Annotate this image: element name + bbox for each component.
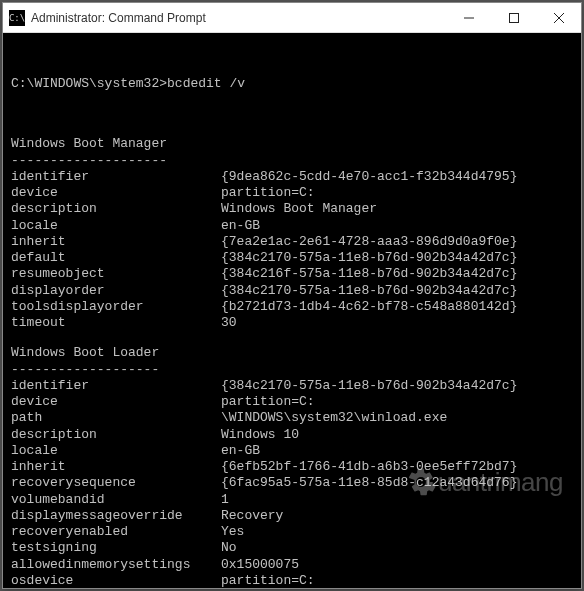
output-key: resumeobject (11, 266, 221, 282)
output-key: device (11, 185, 221, 201)
output-row: toolsdisplayorder{b2721d73-1db4-4c62-bf7… (11, 299, 573, 315)
prompt-path: C:\WINDOWS\system32> (11, 76, 167, 91)
section-title: Windows Boot Loader (11, 345, 573, 361)
output-value: {384c2170-575a-11e8-b76d-902b34a42d7c} (221, 378, 573, 394)
section-divider: -------------------- (11, 153, 573, 169)
terminal-area[interactable]: C:\WINDOWS\system32>bcdedit /v Windows B… (3, 33, 581, 588)
output-value: No (221, 540, 573, 556)
output-value: {b2721d73-1db4-4c62-bf78-c548a880142d} (221, 299, 573, 315)
output-row: inherit{6efb52bf-1766-41db-a6b3-0ee5eff7… (11, 459, 573, 475)
command-prompt-window: C:\ Administrator: Command Prompt C:\WIN… (2, 2, 582, 589)
output-value: partition=C: (221, 394, 573, 410)
output-key: device (11, 394, 221, 410)
output-key: locale (11, 443, 221, 459)
output-value: en-GB (221, 218, 573, 234)
output-value: {6efb52bf-1766-41db-a6b3-0ee5eff72bd7} (221, 459, 573, 475)
output-value: 1 (221, 492, 573, 508)
output-row: allowedinmemorysettings0x15000075 (11, 557, 573, 573)
output-key: recoverysequence (11, 475, 221, 491)
section-title: Windows Boot Manager (11, 136, 573, 152)
close-button[interactable] (536, 3, 581, 32)
output-row: descriptionWindows Boot Manager (11, 201, 573, 217)
minimize-button[interactable] (446, 3, 491, 32)
output-key: default (11, 250, 221, 266)
output-row: inherit{7ea2e1ac-2e61-4728-aaa3-896d9d0a… (11, 234, 573, 250)
output-row: default{384c2170-575a-11e8-b76d-902b34a4… (11, 250, 573, 266)
output-row: path\WINDOWS\system32\winload.exe (11, 410, 573, 426)
output-value: partition=C: (221, 573, 573, 588)
output-value: Windows 10 (221, 427, 573, 443)
output-row: osdevicepartition=C: (11, 573, 573, 588)
output-row: localeen-GB (11, 218, 573, 234)
output-row: localeen-GB (11, 443, 573, 459)
output-value: partition=C: (221, 185, 573, 201)
svg-rect-1 (509, 13, 518, 22)
output-key: timeout (11, 315, 221, 331)
output-key: inherit (11, 234, 221, 250)
maximize-button[interactable] (491, 3, 536, 32)
output-value: 0x15000075 (221, 557, 573, 573)
output-value: Windows Boot Manager (221, 201, 573, 217)
output-key: identifier (11, 169, 221, 185)
output-value: {9dea862c-5cdd-4e70-acc1-f32b344d4795} (221, 169, 573, 185)
prompt-command: bcdedit /v (167, 76, 245, 91)
output-value: {7ea2e1ac-2e61-4728-aaa3-896d9d0a9f0e} (221, 234, 573, 250)
output-section: Windows Boot Manager--------------------… (11, 136, 573, 331)
output-value: {384c2170-575a-11e8-b76d-902b34a42d7c} (221, 250, 573, 266)
output-value: en-GB (221, 443, 573, 459)
output-value: Yes (221, 524, 573, 540)
output-row: recoverysequence{6fac95a5-575a-11e8-85d8… (11, 475, 573, 491)
output-row: recoveryenabledYes (11, 524, 573, 540)
output-key: description (11, 201, 221, 217)
output-key: osdevice (11, 573, 221, 588)
output-key: description (11, 427, 221, 443)
prompt-line: C:\WINDOWS\system32>bcdedit /v (11, 76, 573, 92)
output-section: Windows Boot Loader-------------------id… (11, 345, 573, 588)
output-value: {384c2170-575a-11e8-b76d-902b34a42d7c} (221, 283, 573, 299)
output-key: identifier (11, 378, 221, 394)
output-key: path (11, 410, 221, 426)
minimize-icon (464, 13, 474, 23)
title-bar[interactable]: C:\ Administrator: Command Prompt (3, 3, 581, 33)
section-divider: ------------------- (11, 362, 573, 378)
app-icon: C:\ (9, 10, 25, 26)
output-key: inherit (11, 459, 221, 475)
output-key: volumebandid (11, 492, 221, 508)
close-icon (554, 13, 564, 23)
output-row: resumeobject{384c216f-575a-11e8-b76d-902… (11, 266, 573, 282)
maximize-icon (509, 13, 519, 23)
output-row: identifier{384c2170-575a-11e8-b76d-902b3… (11, 378, 573, 394)
output-row: identifier{9dea862c-5cdd-4e70-acc1-f32b3… (11, 169, 573, 185)
output-value: Recovery (221, 508, 573, 524)
output-value: 30 (221, 315, 573, 331)
output-key: locale (11, 218, 221, 234)
output-row: displayorder{384c2170-575a-11e8-b76d-902… (11, 283, 573, 299)
output-key: allowedinmemorysettings (11, 557, 221, 573)
output-row: volumebandid1 (11, 492, 573, 508)
output-key: testsigning (11, 540, 221, 556)
output-value: {6fac95a5-575a-11e8-85d8-c12a43d64d76} (221, 475, 573, 491)
output-key: recoveryenabled (11, 524, 221, 540)
output-row: timeout30 (11, 315, 573, 331)
output-value: \WINDOWS\system32\winload.exe (221, 410, 573, 426)
output-row: testsigningNo (11, 540, 573, 556)
output-row: devicepartition=C: (11, 394, 573, 410)
output-row: descriptionWindows 10 (11, 427, 573, 443)
output-row: displaymessageoverrideRecovery (11, 508, 573, 524)
output-key: displayorder (11, 283, 221, 299)
output-row: devicepartition=C: (11, 185, 573, 201)
output-value: {384c216f-575a-11e8-b76d-902b34a42d7c} (221, 266, 573, 282)
window-title: Administrator: Command Prompt (31, 11, 446, 25)
output-key: displaymessageoverride (11, 508, 221, 524)
output-key: toolsdisplayorder (11, 299, 221, 315)
